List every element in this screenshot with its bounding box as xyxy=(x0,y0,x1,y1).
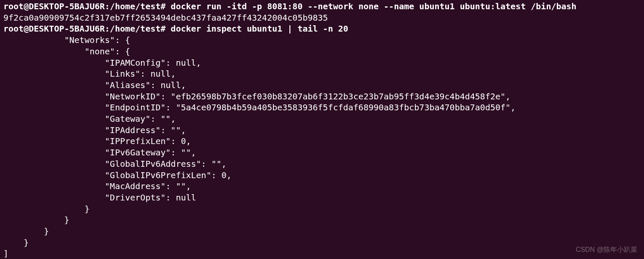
output-line: } xyxy=(3,226,49,236)
watermark-text: CSDN @陈年小趴菜 xyxy=(576,244,637,256)
output-line: "IPPrefixLen": 0, xyxy=(3,136,191,146)
output-line: "EndpointID": "5a4ce0798b4b59a405be35839… xyxy=(3,102,516,112)
output-line: "NetworkID": "efb26598b7b3fcef030b83207a… xyxy=(3,91,510,101)
output-line: } xyxy=(3,204,90,214)
terminal-output[interactable]: root@DESKTOP-5BAJU6R:/home/test# docker … xyxy=(0,0,644,259)
output-line: } xyxy=(3,238,29,248)
output-line: "DriverOpts": null xyxy=(3,192,196,203)
output-line: "GlobalIPv6Address": "", xyxy=(3,159,227,169)
container-id-output: 9f2ca0a90909754c2f317eb7ff2653494debc437… xyxy=(3,13,328,23)
command-1: docker run -itd -p 8081:80 --network non… xyxy=(171,1,576,11)
shell-prompt-2: root@DESKTOP-5BAJU6R:/home/test# xyxy=(3,24,171,34)
output-line: "MacAddress": "", xyxy=(3,181,191,191)
output-line: "IPv6Gateway": "", xyxy=(3,147,196,158)
output-line: "IPAMConfig": null, xyxy=(3,58,201,68)
output-line: "IPAddress": "", xyxy=(3,125,186,135)
output-line: "Networks": { xyxy=(3,35,130,45)
output-line: } xyxy=(3,215,69,225)
shell-prompt-1: root@DESKTOP-5BAJU6R:/home/test# xyxy=(3,1,171,11)
output-line: "GlobalIPv6PrefixLen": 0, xyxy=(3,170,232,180)
output-line: ] xyxy=(3,248,8,259)
output-line: "Links": null, xyxy=(3,69,176,79)
output-line: "Gateway": "", xyxy=(3,114,176,124)
output-line: "Aliases": null, xyxy=(3,80,186,90)
output-line: "none": { xyxy=(3,46,130,56)
command-2: docker inspect ubuntu1 | tail -n 20 xyxy=(171,24,348,34)
